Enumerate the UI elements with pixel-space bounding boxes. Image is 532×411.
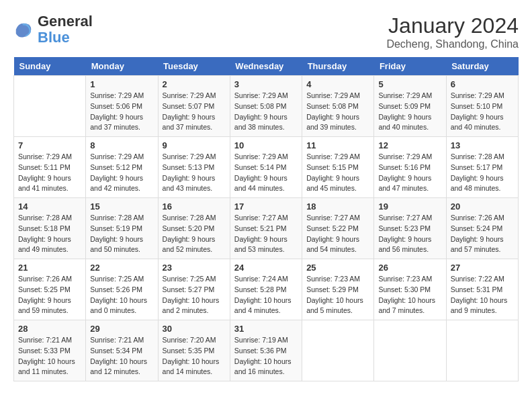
calendar-cell: 31Sunrise: 7:19 AM Sunset: 5:36 PM Dayli…: [230, 320, 302, 381]
calendar-cell: 4Sunrise: 7:29 AM Sunset: 5:08 PM Daylig…: [302, 76, 374, 137]
day-number: 30: [163, 324, 226, 334]
day-number: 26: [378, 263, 441, 273]
week-row-4: 21Sunrise: 7:26 AM Sunset: 5:25 PM Dayli…: [14, 259, 519, 320]
day-number: 28: [18, 324, 81, 334]
day-info: Sunrise: 7:29 AM Sunset: 5:10 PM Dayligh…: [451, 91, 514, 133]
calendar-cell: 19Sunrise: 7:27 AM Sunset: 5:23 PM Dayli…: [374, 198, 446, 259]
day-number: 22: [90, 263, 153, 273]
calendar-cell: 5Sunrise: 7:29 AM Sunset: 5:09 PM Daylig…: [374, 76, 446, 137]
day-info: Sunrise: 7:29 AM Sunset: 5:13 PM Dayligh…: [163, 152, 226, 194]
day-info: Sunrise: 7:29 AM Sunset: 5:06 PM Dayligh…: [90, 91, 153, 133]
calendar-cell: 9Sunrise: 7:29 AM Sunset: 5:13 PM Daylig…: [158, 137, 230, 198]
calendar-cell: 18Sunrise: 7:27 AM Sunset: 5:22 PM Dayli…: [302, 198, 374, 259]
calendar-cell: 8Sunrise: 7:29 AM Sunset: 5:12 PM Daylig…: [86, 137, 158, 198]
calendar-cell: 12Sunrise: 7:29 AM Sunset: 5:16 PM Dayli…: [374, 137, 446, 198]
logo-icon: [13, 19, 34, 40]
calendar-cell: [14, 76, 86, 137]
calendar-cell: 30Sunrise: 7:20 AM Sunset: 5:35 PM Dayli…: [158, 320, 230, 381]
day-info: Sunrise: 7:25 AM Sunset: 5:27 PM Dayligh…: [163, 274, 226, 316]
day-info: Sunrise: 7:21 AM Sunset: 5:34 PM Dayligh…: [90, 335, 153, 377]
title-block: January 2024 Decheng, Shandong, China: [386, 13, 519, 50]
calendar-cell: 25Sunrise: 7:23 AM Sunset: 5:29 PM Dayli…: [302, 259, 374, 320]
calendar-cell: 6Sunrise: 7:29 AM Sunset: 5:10 PM Daylig…: [446, 76, 518, 137]
calendar-cell: 16Sunrise: 7:28 AM Sunset: 5:20 PM Dayli…: [158, 198, 230, 259]
day-header-tuesday: Tuesday: [158, 57, 230, 76]
day-number: 3: [234, 79, 298, 89]
calendar-cell: 26Sunrise: 7:23 AM Sunset: 5:30 PM Dayli…: [374, 259, 446, 320]
day-info: Sunrise: 7:21 AM Sunset: 5:33 PM Dayligh…: [18, 335, 81, 377]
day-number: 12: [378, 140, 441, 150]
calendar-cell: 2Sunrise: 7:29 AM Sunset: 5:07 PM Daylig…: [158, 76, 230, 137]
calendar-subtitle: Decheng, Shandong, China: [386, 38, 519, 50]
day-info: Sunrise: 7:26 AM Sunset: 5:24 PM Dayligh…: [451, 213, 514, 255]
day-info: Sunrise: 7:27 AM Sunset: 5:22 PM Dayligh…: [306, 213, 369, 255]
calendar-cell: 15Sunrise: 7:28 AM Sunset: 5:19 PM Dayli…: [86, 198, 158, 259]
day-number: 1: [90, 79, 153, 89]
day-number: 17: [234, 201, 298, 212]
week-row-5: 28Sunrise: 7:21 AM Sunset: 5:33 PM Dayli…: [14, 320, 519, 381]
day-header-monday: Monday: [86, 57, 158, 76]
day-number: 20: [451, 201, 514, 212]
calendar-cell: 3Sunrise: 7:29 AM Sunset: 5:08 PM Daylig…: [230, 76, 302, 137]
day-info: Sunrise: 7:28 AM Sunset: 5:17 PM Dayligh…: [451, 152, 514, 194]
day-header-thursday: Thursday: [302, 57, 374, 76]
calendar-cell: 21Sunrise: 7:26 AM Sunset: 5:25 PM Dayli…: [14, 259, 86, 320]
day-number: 31: [234, 324, 298, 334]
calendar-cell: 24Sunrise: 7:24 AM Sunset: 5:28 PM Dayli…: [230, 259, 302, 320]
day-info: Sunrise: 7:28 AM Sunset: 5:19 PM Dayligh…: [90, 213, 153, 255]
day-header-sunday: Sunday: [14, 57, 86, 76]
logo: GeneralBlue: [13, 13, 93, 46]
day-info: Sunrise: 7:29 AM Sunset: 5:11 PM Dayligh…: [18, 152, 81, 194]
day-number: 19: [378, 201, 441, 212]
day-number: 8: [90, 140, 153, 150]
calendar-cell: 13Sunrise: 7:28 AM Sunset: 5:17 PM Dayli…: [446, 137, 518, 198]
week-row-3: 14Sunrise: 7:28 AM Sunset: 5:18 PM Dayli…: [14, 198, 519, 259]
day-info: Sunrise: 7:28 AM Sunset: 5:20 PM Dayligh…: [163, 213, 226, 255]
day-info: Sunrise: 7:19 AM Sunset: 5:36 PM Dayligh…: [234, 335, 298, 377]
calendar-cell: 17Sunrise: 7:27 AM Sunset: 5:21 PM Dayli…: [230, 198, 302, 259]
day-info: Sunrise: 7:20 AM Sunset: 5:35 PM Dayligh…: [163, 335, 226, 377]
day-number: 25: [306, 263, 369, 273]
day-number: 24: [234, 263, 298, 273]
day-info: Sunrise: 7:29 AM Sunset: 5:09 PM Dayligh…: [378, 91, 441, 133]
calendar-cell: 1Sunrise: 7:29 AM Sunset: 5:06 PM Daylig…: [86, 76, 158, 137]
day-number: 15: [90, 201, 153, 212]
day-number: 9: [163, 140, 226, 150]
calendar-cell: [302, 320, 374, 381]
day-number: 6: [451, 79, 514, 89]
day-number: 13: [451, 140, 514, 150]
day-info: Sunrise: 7:27 AM Sunset: 5:23 PM Dayligh…: [378, 213, 441, 255]
day-info: Sunrise: 7:24 AM Sunset: 5:28 PM Dayligh…: [234, 274, 298, 316]
day-info: Sunrise: 7:29 AM Sunset: 5:15 PM Dayligh…: [306, 152, 369, 194]
day-info: Sunrise: 7:29 AM Sunset: 5:08 PM Dayligh…: [234, 91, 298, 133]
day-number: 29: [90, 324, 153, 334]
day-number: 11: [306, 140, 369, 150]
calendar-cell: 20Sunrise: 7:26 AM Sunset: 5:24 PM Dayli…: [446, 198, 518, 259]
day-header-friday: Friday: [374, 57, 446, 76]
calendar-cell: 28Sunrise: 7:21 AM Sunset: 5:33 PM Dayli…: [14, 320, 86, 381]
day-number: 27: [451, 263, 514, 273]
calendar-cell: [374, 320, 446, 381]
day-number: 5: [378, 79, 441, 89]
calendar-cell: [446, 320, 518, 381]
day-number: 18: [306, 201, 369, 212]
calendar-cell: 11Sunrise: 7:29 AM Sunset: 5:15 PM Dayli…: [302, 137, 374, 198]
day-number: 23: [163, 263, 226, 273]
day-info: Sunrise: 7:23 AM Sunset: 5:30 PM Dayligh…: [378, 274, 441, 316]
calendar-cell: 27Sunrise: 7:22 AM Sunset: 5:31 PM Dayli…: [446, 259, 518, 320]
calendar-cell: 23Sunrise: 7:25 AM Sunset: 5:27 PM Dayli…: [158, 259, 230, 320]
calendar-cell: 7Sunrise: 7:29 AM Sunset: 5:11 PM Daylig…: [14, 137, 86, 198]
day-info: Sunrise: 7:26 AM Sunset: 5:25 PM Dayligh…: [18, 274, 81, 316]
day-info: Sunrise: 7:29 AM Sunset: 5:07 PM Dayligh…: [163, 91, 226, 133]
day-number: 2: [163, 79, 226, 89]
day-info: Sunrise: 7:23 AM Sunset: 5:29 PM Dayligh…: [306, 274, 369, 316]
day-info: Sunrise: 7:25 AM Sunset: 5:26 PM Dayligh…: [90, 274, 153, 316]
day-info: Sunrise: 7:22 AM Sunset: 5:31 PM Dayligh…: [451, 274, 514, 316]
day-number: 4: [306, 79, 369, 89]
day-header-wednesday: Wednesday: [230, 57, 302, 76]
calendar-cell: 10Sunrise: 7:29 AM Sunset: 5:14 PM Dayli…: [230, 137, 302, 198]
day-number: 14: [18, 201, 81, 212]
day-number: 7: [18, 140, 81, 150]
day-number: 10: [234, 140, 298, 150]
day-header-saturday: Saturday: [446, 57, 518, 76]
